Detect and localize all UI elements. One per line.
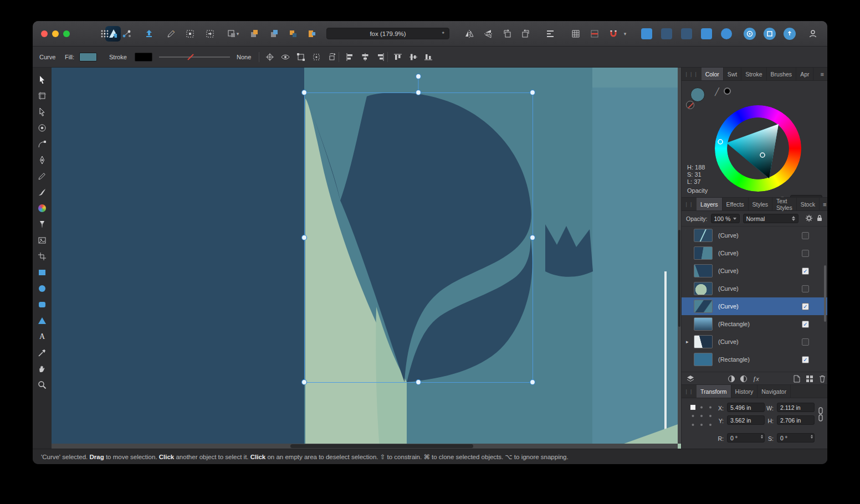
snap-grid-icon[interactable] bbox=[286, 27, 300, 40]
layer-row[interactable]: (Rectangle)✓ bbox=[682, 315, 827, 333]
tab-appearance[interactable]: Apr bbox=[796, 68, 813, 80]
fill-tool[interactable] bbox=[37, 204, 47, 213]
layers-scrollbar-thumb[interactable] bbox=[824, 265, 826, 322]
no-color-swatch[interactable] bbox=[686, 101, 694, 109]
panel-menu-icon[interactable]: ≡ bbox=[820, 198, 827, 210]
view-hand-tool[interactable] bbox=[37, 364, 47, 373]
panel-grip[interactable]: ❘❘❘ bbox=[682, 68, 702, 80]
mask-layer-icon[interactable] bbox=[726, 372, 737, 385]
horizontal-scrollbar-thumb[interactable] bbox=[290, 444, 473, 448]
horizontal-scrollbar[interactable] bbox=[52, 444, 678, 449]
rotate-ccw-icon[interactable] bbox=[500, 27, 514, 40]
grid-dots-icon[interactable] bbox=[98, 27, 111, 40]
ellipse-tool[interactable] bbox=[37, 284, 47, 293]
snap-candy-move-icon[interactable] bbox=[640, 27, 653, 40]
node-tool[interactable] bbox=[37, 107, 47, 116]
layer-visibility-checkbox[interactable] bbox=[802, 338, 809, 346]
contour-tool[interactable] bbox=[37, 124, 47, 132]
adjustment-layer-icon[interactable] bbox=[738, 372, 749, 385]
pencil-tool[interactable] bbox=[37, 172, 47, 181]
transform-origin-icon[interactable] bbox=[265, 47, 274, 68]
hue-selector-dot[interactable] bbox=[718, 140, 723, 144]
stroke-width-value[interactable]: None bbox=[237, 47, 251, 68]
move-tool[interactable] bbox=[37, 75, 47, 84]
fill-swatch[interactable] bbox=[79, 47, 97, 68]
layer-visibility-checkbox[interactable]: ✓ bbox=[802, 321, 809, 328]
pen-tool[interactable] bbox=[37, 156, 47, 164]
rectangle-tool[interactable] bbox=[37, 268, 47, 277]
show-handles-icon[interactable] bbox=[296, 47, 305, 68]
snapping-magnet-icon[interactable] bbox=[607, 27, 620, 40]
close-window-button[interactable] bbox=[41, 30, 48, 37]
vector-crop-tool[interactable] bbox=[37, 252, 47, 261]
selection-handle[interactable] bbox=[530, 380, 535, 385]
x-input[interactable]: 5.496 in bbox=[727, 403, 765, 412]
selection-handle[interactable] bbox=[416, 90, 421, 95]
stroke-swatch[interactable] bbox=[135, 47, 152, 68]
tab-styles[interactable]: Styles bbox=[749, 198, 773, 210]
active-stroke-swatch[interactable] bbox=[724, 88, 731, 95]
canvas-artwork[interactable] bbox=[52, 68, 681, 449]
corner-tool[interactable] bbox=[37, 140, 47, 148]
align-top-icon[interactable] bbox=[393, 47, 402, 68]
vertical-scrollbar-thumb[interactable] bbox=[678, 230, 680, 327]
pencil-tool-icon[interactable] bbox=[165, 27, 178, 40]
node-connections-icon[interactable] bbox=[120, 27, 134, 40]
insert-artboard-icon[interactable] bbox=[183, 27, 197, 40]
place-image-tool[interactable] bbox=[37, 236, 47, 245]
flip-horizontal-icon[interactable] bbox=[463, 27, 476, 40]
anchor-point-selector[interactable] bbox=[689, 404, 714, 428]
layer-row[interactable]: (Curve) bbox=[682, 227, 827, 244]
disclosure-icon[interactable]: ▸ bbox=[686, 339, 694, 344]
new-layer-icon[interactable] bbox=[791, 372, 802, 385]
layer-visibility-checkbox[interactable] bbox=[802, 232, 809, 239]
export-shield-icon[interactable] bbox=[142, 27, 156, 40]
order-icon[interactable] bbox=[544, 27, 557, 40]
blend-options-gear-icon[interactable] bbox=[805, 214, 813, 223]
color-picker-tool[interactable] bbox=[37, 348, 47, 357]
tab-text-styles[interactable]: Text Styles bbox=[772, 198, 797, 210]
rotate-cw-icon[interactable] bbox=[519, 27, 533, 40]
vertical-scrollbar[interactable] bbox=[678, 68, 681, 444]
rounded-rectangle-tool[interactable] bbox=[37, 300, 47, 309]
zoom-tool[interactable] bbox=[37, 380, 47, 389]
layer-effects-fx-icon[interactable]: ƒx bbox=[750, 372, 761, 385]
tab-transform[interactable]: Transform bbox=[697, 385, 731, 398]
snap-align-icon[interactable] bbox=[268, 27, 281, 40]
align-right-icon[interactable] bbox=[376, 47, 385, 68]
tab-effects[interactable]: Effects bbox=[723, 198, 749, 210]
tab-stroke[interactable]: Stroke bbox=[741, 68, 766, 80]
shear-stepper[interactable] bbox=[811, 435, 813, 439]
panel-grip[interactable]: ❘❘ bbox=[682, 198, 697, 210]
layer-visibility-checkbox[interactable]: ✓ bbox=[802, 303, 809, 310]
insert-behind-icon[interactable]: ▾ bbox=[223, 27, 242, 40]
align-bottom-icon[interactable] bbox=[424, 47, 433, 68]
document-title[interactable]: fox (179.9%) * bbox=[326, 28, 449, 39]
layers-stack-icon[interactable] bbox=[685, 372, 696, 385]
transparency-tool[interactable] bbox=[37, 220, 47, 229]
saturation-triangle[interactable] bbox=[726, 124, 779, 178]
shear-input[interactable]: 0 ° bbox=[777, 433, 815, 443]
layer-row[interactable]: (Curve) bbox=[682, 244, 827, 262]
snap-move-icon[interactable] bbox=[248, 27, 261, 40]
fox-right-strip[interactable] bbox=[592, 68, 681, 449]
color-wheel[interactable] bbox=[715, 105, 801, 192]
tab-history[interactable]: History bbox=[731, 385, 758, 398]
layer-visibility-checkbox[interactable] bbox=[802, 285, 809, 292]
share-circle-button[interactable] bbox=[783, 27, 796, 40]
layer-visibility-checkbox[interactable]: ✓ bbox=[802, 356, 809, 363]
grid-icon[interactable] bbox=[569, 27, 582, 40]
selection-handle[interactable] bbox=[530, 235, 535, 240]
rotation-input[interactable]: 0 ° bbox=[727, 433, 765, 443]
tab-navigator[interactable]: Navigator bbox=[757, 385, 791, 398]
stroke-width-slider[interactable] bbox=[159, 47, 230, 68]
insert-inside-icon[interactable] bbox=[203, 27, 217, 40]
snapping-dropdown-caret[interactable]: ▾ bbox=[621, 27, 629, 40]
tab-color[interactable]: Color bbox=[702, 68, 724, 80]
assets-circle-button[interactable] bbox=[763, 27, 776, 40]
y-input[interactable]: 3.562 in bbox=[727, 415, 765, 425]
w-input[interactable]: 2.112 in bbox=[777, 403, 815, 412]
snap-candy-spread-icon[interactable] bbox=[720, 27, 733, 40]
panel-menu-icon[interactable]: ≡ bbox=[817, 68, 827, 80]
delete-layer-trash-icon[interactable] bbox=[817, 372, 827, 385]
